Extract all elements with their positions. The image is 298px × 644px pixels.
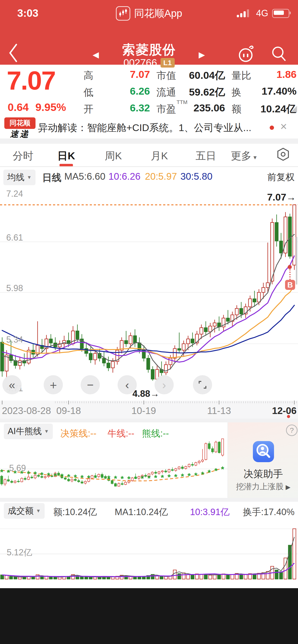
y-label: 7.24	[6, 189, 23, 199]
robot-assistant-icon[interactable]	[237, 44, 254, 63]
svg-text:*: *	[87, 474, 90, 482]
high-label: 高	[83, 69, 93, 81]
vol-amount: 额:10.24亿	[53, 506, 97, 518]
expand-quote-corner[interactable]	[291, 106, 297, 112]
news-ticker[interactable]: 异动解读：智能座舱+CID系统。1、公司专业从...	[38, 121, 261, 134]
volume-chart[interactable]	[0, 519, 298, 586]
svg-text:*: *	[0, 468, 3, 476]
battery-icon	[272, 9, 289, 18]
svg-text:*: *	[47, 471, 50, 480]
vol-y-label: 5.12亿	[7, 547, 32, 558]
network-type: 4G	[256, 8, 268, 18]
vol-ma1: MA1:10.24亿	[115, 506, 168, 518]
svg-text:*: *	[174, 472, 178, 481]
fullscreen-icon	[198, 380, 207, 389]
vol-ma10: 10:3.91亿	[190, 506, 230, 518]
header-bar: 3:03 同花顺App 4G ◀ 索菱股份 002766 L1 ▶	[0, 0, 298, 65]
svg-text:*: *	[127, 474, 130, 484]
svg-text:*: *	[140, 474, 144, 483]
svg-text:*: *	[154, 473, 158, 482]
next-stock-arrow[interactable]: ▶	[199, 50, 205, 60]
svg-text:*: *	[208, 468, 211, 477]
ma10-value: 10:6.26	[108, 171, 140, 182]
tab-monthly-k[interactable]: 月K	[151, 149, 168, 163]
app-logo-icon	[116, 6, 130, 20]
pan-left-button[interactable]: ‹	[117, 375, 137, 394]
svg-text:*: *	[121, 474, 124, 483]
zoom-in-button[interactable]: ＋	[44, 375, 63, 394]
news-logo: 同花顺 速递	[4, 118, 36, 140]
help-icon[interactable]: ?	[286, 424, 297, 436]
rewind-button[interactable]: «	[3, 375, 22, 394]
turnover-value: 17.40%	[261, 85, 296, 97]
x-axis-ticks	[0, 400, 298, 405]
amount-label: 额	[232, 102, 241, 114]
close-icon[interactable]: ×	[280, 120, 287, 133]
adjust-mode[interactable]: 前复权	[267, 171, 295, 183]
decision-assistant-icon	[253, 441, 274, 462]
float-value: 59.62亿	[189, 85, 225, 97]
search-icon[interactable]	[271, 46, 287, 62]
low-label: 低	[83, 86, 93, 98]
svg-text:*: *	[114, 474, 117, 483]
zoom-out-button[interactable]: −	[81, 375, 100, 394]
svg-text:*: *	[161, 473, 164, 482]
assistant-subtitle: 挖潜力上涨股	[236, 482, 283, 491]
svg-text:*: *	[34, 470, 37, 479]
svg-text:*: *	[188, 471, 191, 480]
chart-scrollbar[interactable]	[296, 237, 297, 284]
svg-text:*: *	[221, 464, 224, 474]
pe-value: 235.06	[193, 102, 225, 114]
pan-right-button[interactable]: ›	[155, 375, 174, 394]
ma30-value: 30:5.80	[181, 171, 212, 182]
tab-weekly-k[interactable]: 周K	[105, 149, 122, 163]
ai-bull-bear-chart[interactable]: **********************************	[0, 422, 227, 498]
ma-selector[interactable]: 均线▼	[3, 170, 36, 185]
buy-signal-dot	[288, 265, 292, 269]
svg-text:*: *	[40, 470, 44, 480]
volratio-value: 1.86	[276, 68, 296, 80]
tab-five-day[interactable]: 五日	[196, 149, 216, 163]
svg-text:*: *	[60, 472, 64, 481]
level-badge: L1	[161, 58, 175, 68]
svg-text:*: *	[134, 474, 137, 483]
kline-chart[interactable]	[0, 186, 298, 400]
turnover-label: 换	[232, 86, 241, 98]
price-change: 0.64	[8, 101, 29, 114]
current-price-tag: 7.07→	[267, 192, 296, 203]
svg-text:*: *	[94, 474, 97, 482]
current-date-dot	[287, 415, 290, 418]
volume-indicator-selector[interactable]: 成交额▼	[4, 503, 45, 519]
svg-text:*: *	[80, 473, 84, 482]
app-screen: 3:03 同花顺App 4G ◀ 索菱股份 002766 L1 ▶ 7.07 0…	[0, 0, 298, 644]
fullscreen-button[interactable]	[193, 375, 212, 394]
y-label: 6.61	[6, 233, 23, 243]
ma5-value: MA5:6.60	[64, 171, 105, 182]
tab-more[interactable]: 更多▼	[231, 149, 258, 163]
assistant-title: 决策助手	[228, 468, 298, 480]
svg-text:*: *	[27, 469, 30, 478]
x-label: 10-19	[131, 406, 156, 416]
y-label: 5.34	[6, 335, 23, 345]
chevron-down-icon: ▼	[36, 508, 41, 514]
svg-text:*: *	[181, 472, 184, 481]
lowest-price-tag: 4.88→	[132, 388, 159, 399]
x-label: 11-13	[207, 406, 231, 416]
buy-signal-badge: B	[285, 280, 295, 290]
x-label: 2023-08-28	[2, 406, 51, 416]
high-value: 7.07	[130, 68, 150, 80]
mktcap-value: 60.04亿	[189, 68, 225, 80]
svg-text:*: *	[107, 474, 111, 483]
low-value: 6.26	[130, 85, 150, 97]
x-label-current: 12-06	[272, 406, 296, 416]
svg-text:*: *	[74, 473, 77, 482]
chevron-down-icon: ▼	[252, 154, 258, 160]
vol-turnover: 换手:17.40%	[243, 506, 294, 518]
tab-daily-k[interactable]: 日K	[57, 149, 75, 163]
tab-minute[interactable]: 分时	[13, 149, 33, 163]
period-label: 日线	[42, 171, 61, 184]
svg-text:*: *	[100, 474, 104, 482]
open-label: 开	[83, 102, 93, 114]
svg-text:*: *	[147, 474, 151, 483]
chart-settings-icon[interactable]	[276, 147, 290, 162]
